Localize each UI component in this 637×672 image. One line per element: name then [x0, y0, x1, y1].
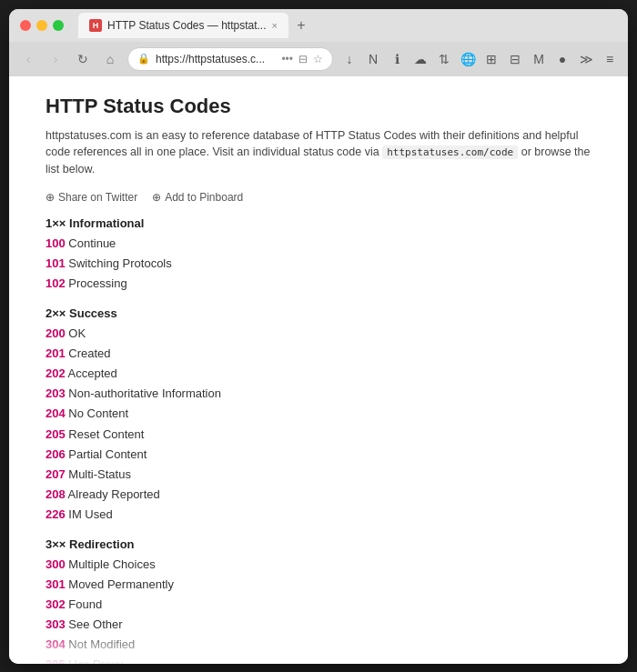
back-button[interactable]: ‹ [18, 49, 38, 69]
category: 1×× Informational100 Continue101 Switchi… [46, 216, 592, 294]
status-item: 303 See Other [46, 615, 592, 635]
status-item: 102 Processing [46, 274, 592, 294]
close-button[interactable] [20, 20, 31, 31]
address-bar[interactable]: 🔒 https://httpstatuses.c... ••• ⊟ ☆ [127, 47, 333, 71]
extension-icon-3[interactable]: M [530, 50, 548, 68]
lock-icon: 🔒 [137, 53, 150, 65]
cloud-icon[interactable]: ☁ [411, 50, 430, 68]
minimize-button[interactable] [36, 20, 47, 31]
extension-icon-1[interactable]: 🌐 [459, 50, 477, 68]
address-actions: ••• ⊟ ☆ [281, 53, 323, 65]
status-code-link[interactable]: 206 [46, 447, 66, 461]
download-icon[interactable]: ↓ [340, 50, 359, 68]
status-item: 305 Use Proxy [46, 655, 592, 663]
toolbar-right: ↓ N ℹ ☁ ⇅ 🌐 ⊞ ⊟ M ● ≫ ≡ [340, 50, 619, 68]
status-code-link[interactable]: 226 [46, 507, 66, 521]
status-item: 201 Created [46, 344, 592, 364]
status-item: 204 No Content [46, 404, 592, 424]
info-icon[interactable]: ℹ [388, 50, 406, 68]
status-code-link[interactable]: 208 [46, 487, 66, 501]
extension-icon-2[interactable]: ⊟ [506, 50, 524, 68]
status-item: 207 Multi-Status [46, 465, 592, 485]
status-code-link[interactable]: 205 [46, 427, 66, 441]
status-code-link[interactable]: 304 [46, 637, 66, 651]
reader-icon[interactable]: ⊟ [298, 53, 308, 65]
sync-icon[interactable]: ⇅ [435, 50, 453, 68]
page-title: HTTP Status Codes [46, 95, 592, 118]
tab-area: H HTTP Status Codes — httpstat... × + [78, 13, 617, 38]
page-content: HTTP Status Codes httpstatuses.com is an… [9, 76, 628, 664]
menu-icon[interactable]: ≡ [601, 50, 619, 68]
home-button[interactable]: ⌂ [100, 49, 120, 69]
status-code-link[interactable]: 100 [46, 236, 66, 250]
status-item: 203 Non-authoritative Information [46, 384, 592, 404]
status-item: 300 Multiple Choices [46, 555, 592, 575]
status-code-link[interactable]: 200 [46, 326, 66, 340]
status-code-link[interactable]: 300 [46, 557, 66, 571]
share-bar: ⊕ Share on Twitter ⊕ Add to Pinboard [46, 191, 592, 204]
traffic-lights [20, 20, 64, 31]
tab-favicon: H [89, 19, 102, 32]
status-code-link[interactable]: 202 [46, 366, 66, 380]
forward-button[interactable]: › [46, 49, 66, 69]
status-item: 100 Continue [46, 234, 592, 254]
toolbar: ‹ › ↻ ⌂ 🔒 https://httpstatuses.c... ••• … [9, 42, 628, 76]
tab-label: HTTP Status Codes — httpstat... [107, 19, 267, 32]
reload-button[interactable]: ↻ [73, 49, 93, 69]
bookmark-icon[interactable]: ☆ [313, 53, 323, 65]
more-tools-icon[interactable]: ≫ [577, 50, 595, 68]
status-item: 206 Partial Content [46, 445, 592, 465]
share-twitter-button[interactable]: ⊕ Share on Twitter [46, 191, 137, 204]
status-code-link[interactable]: 203 [46, 386, 66, 400]
status-item: 202 Accepted [46, 364, 592, 384]
status-code-link[interactable]: 301 [46, 577, 66, 591]
status-item: 208 Already Reported [46, 485, 592, 505]
status-code-link[interactable]: 207 [46, 467, 66, 481]
tab-close-button[interactable]: × [272, 20, 278, 31]
category-title: 3×× Redirection [46, 537, 592, 551]
status-item: 200 OK [46, 324, 592, 344]
browser-window: H HTTP Status Codes — httpstat... × + ‹ … [9, 9, 628, 664]
status-code-link[interactable]: 305 [46, 657, 66, 663]
status-item: 205 Reset Content [46, 425, 592, 445]
nav-icon[interactable]: N [364, 50, 382, 68]
category: 2×× Success200 OK201 Created202 Accepted… [46, 306, 592, 525]
status-code-link[interactable]: 201 [46, 346, 66, 360]
extension-icon-4[interactable]: ● [553, 50, 571, 68]
status-code-link[interactable]: 101 [46, 256, 66, 270]
status-code-link[interactable]: 204 [46, 406, 66, 420]
new-tab-button[interactable]: + [292, 16, 310, 35]
status-item: 301 Moved Permanently [46, 575, 592, 595]
status-item: 101 Switching Protocols [46, 254, 592, 274]
category-title: 2×× Success [46, 306, 592, 320]
code-snippet: httpstatuses.com/code [382, 145, 518, 159]
url-text: https://httpstatuses.c... [156, 53, 276, 65]
category: 3×× Redirection300 Multiple Choices301 M… [46, 537, 592, 664]
status-code-link[interactable]: 302 [46, 597, 66, 611]
maximize-button[interactable] [53, 20, 64, 31]
more-button[interactable]: ••• [281, 53, 293, 65]
status-item: 226 IM Used [46, 505, 592, 525]
title-bar: H HTTP Status Codes — httpstat... × + [9, 9, 628, 42]
status-item: 304 Not Modified [46, 635, 592, 655]
active-tab[interactable]: H HTTP Status Codes — httpstat... × [78, 13, 288, 38]
camera-icon[interactable]: ⊞ [482, 50, 500, 68]
status-code-link[interactable]: 303 [46, 617, 66, 631]
page-description: httpstatuses.com is an easy to reference… [46, 127, 592, 178]
categories-container: 1×× Informational100 Continue101 Switchi… [46, 216, 592, 664]
status-code-link[interactable]: 102 [46, 276, 66, 290]
category-title: 1×× Informational [46, 216, 592, 230]
add-pinboard-button[interactable]: ⊕ Add to Pinboard [152, 191, 243, 204]
status-item: 302 Found [46, 595, 592, 615]
